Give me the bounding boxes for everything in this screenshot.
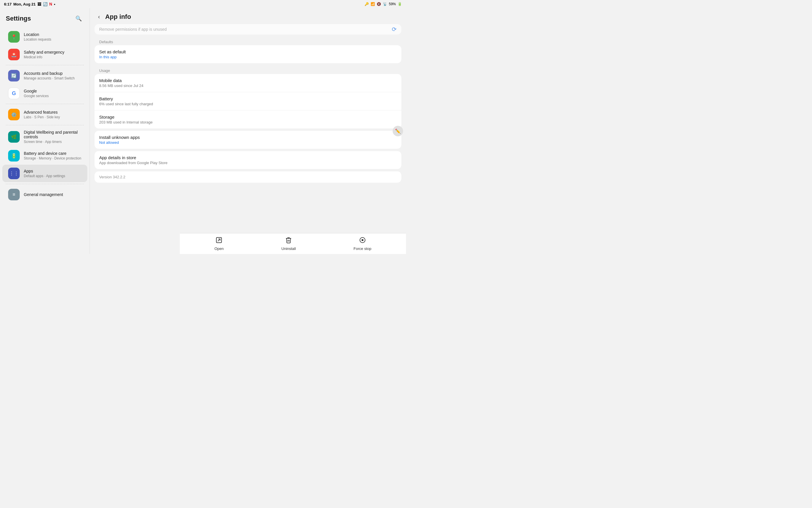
sidebar-item-location[interactable]: 📍 Location Location requests: [2, 28, 87, 45]
uninstall-label: Uninstall: [281, 247, 296, 251]
sidebar-item-advanced[interactable]: ⚙️ Advanced features Labs · S Pen · Side…: [2, 106, 87, 123]
battery-icon: 🔋: [397, 2, 402, 6]
mobile-data-title: Mobile data: [99, 78, 397, 83]
force-stop-label: Force stop: [353, 247, 371, 251]
sidebar-item-accounts-subtitle: Manage accounts · Smart Switch: [24, 76, 75, 80]
sidebar-item-battery[interactable]: 🔋 Battery and device care Storage · Memo…: [2, 147, 87, 164]
storage-item[interactable]: Storage 203 MB used in Internal storage: [94, 111, 401, 128]
sidebar-item-safety[interactable]: 🚨 Safety and emergency Medical info: [2, 46, 87, 63]
search-icon: 🔍: [75, 15, 82, 22]
battery-text: 59%: [389, 2, 396, 6]
sync-icon: 🔄: [43, 2, 48, 6]
sidebar-item-general-title: General management: [24, 192, 63, 197]
status-left: 6:17 Mon, Aug 21 🖼 🔄 N •: [4, 2, 55, 6]
usage-card: Mobile data 8.56 MB used since Jul 24 Ba…: [94, 74, 401, 128]
uninstall-button[interactable]: Uninstall: [274, 234, 303, 253]
storage-title: Storage: [99, 115, 397, 120]
google-icon: G: [8, 88, 20, 99]
sidebar-item-google-subtitle: Google services: [24, 94, 49, 98]
sidebar-item-location-subtitle: Location requests: [24, 37, 51, 41]
wifi-icon: 📡: [383, 2, 387, 6]
sidebar-item-advanced-subtitle: Labs · S Pen · Side key: [24, 115, 60, 119]
sidebar-item-location-title: Location: [24, 32, 51, 37]
dot-icon: •: [54, 2, 55, 6]
status-bar: 6:17 Mon, Aug 21 🖼 🔄 N • 🔑 📶 🔇 📡 59% 🔋: [0, 0, 406, 8]
sidebar-item-apps-title: Apps: [24, 169, 65, 173]
vpn-icon: 🔑: [365, 2, 369, 6]
force-stop-icon: [359, 237, 366, 245]
app-info-header: ‹ App info: [90, 8, 406, 24]
sidebar-item-safety-title: Safety and emergency: [24, 50, 65, 54]
battery-usage-item[interactable]: Battery 6% used since last fully charged: [94, 92, 401, 111]
open-button[interactable]: Open: [207, 234, 230, 253]
right-panel: ‹ App info Remove permissions if app is …: [90, 8, 406, 254]
divider-1: [6, 65, 84, 65]
battery-usage-title: Battery: [99, 96, 397, 101]
accounts-icon: 🔄: [8, 70, 20, 82]
install-unknown-title: Install unknown apps: [99, 135, 397, 140]
version-card: Version 342.2.2: [94, 171, 401, 183]
app-info-title: App info: [105, 13, 131, 20]
status-right: 🔑 📶 🔇 📡 59% 🔋: [365, 2, 402, 6]
defaults-section-label: Defaults: [94, 37, 401, 45]
mobile-data-item[interactable]: Mobile data 8.56 MB used since Jul 24: [94, 74, 401, 92]
usage-section-label: Usage: [94, 66, 401, 74]
app-details-item[interactable]: App details in store App downloaded from…: [94, 151, 401, 169]
app-details-subtitle: App downloaded from Google Play Store: [99, 161, 397, 165]
sidebar-item-digital-wellbeing[interactable]: 🌿 Digital Wellbeing and parental control…: [2, 127, 87, 147]
sidebar: Settings 🔍 📍 Location Location requests …: [0, 8, 90, 254]
safety-icon: 🚨: [8, 49, 20, 60]
mute-icon: 🔇: [377, 2, 381, 6]
sidebar-item-digital-wellbeing-title: Digital Wellbeing and parental controls: [24, 130, 82, 139]
install-unknown-subtitle: Not allowed: [99, 140, 397, 145]
sidebar-item-battery-title: Battery and device care: [24, 151, 81, 156]
divider-4: [6, 184, 84, 184]
general-icon: ≡: [8, 189, 20, 200]
day: Mon, Aug 21: [13, 2, 36, 6]
time: 6:17: [4, 2, 12, 6]
signal-icon: 📶: [371, 2, 375, 6]
partial-permissions-text: Remove permissions if app is unused: [99, 27, 167, 32]
sidebar-item-apps-subtitle: Default apps · App settings: [24, 174, 65, 178]
sidebar-item-accounts[interactable]: 🔄 Accounts and backup Manage accounts · …: [2, 67, 87, 84]
bottom-action-bar: Open Uninstall: [180, 233, 406, 254]
main-layout: Settings 🔍 📍 Location Location requests …: [0, 8, 406, 254]
location-icon: 📍: [8, 31, 20, 43]
search-button[interactable]: 🔍: [73, 13, 84, 24]
app-details-title: App details in store: [99, 155, 397, 160]
sidebar-item-battery-subtitle: Storage · Memory · Device protection: [24, 156, 81, 160]
sidebar-item-general[interactable]: ≡ General management: [2, 186, 87, 203]
battery-usage-subtitle: 6% used since last fully charged: [99, 102, 397, 106]
partial-permissions-card[interactable]: Remove permissions if app is unused ⟳: [94, 24, 401, 35]
uninstall-icon: [285, 237, 292, 245]
storage-subtitle: 203 MB used in Internal storage: [99, 120, 397, 124]
sidebar-item-accounts-title: Accounts and backup: [24, 71, 75, 76]
set-as-default-item[interactable]: Set as default In this app: [94, 45, 401, 63]
digital-wellbeing-icon: 🌿: [8, 131, 20, 143]
sidebar-item-digital-wellbeing-subtitle: Screen time · App timers: [24, 140, 82, 144]
svg-rect-2: [361, 239, 364, 241]
app-info-content: Remove permissions if app is unused ⟳ De…: [90, 24, 406, 254]
gallery-icon: 🖼: [37, 2, 41, 6]
version-text: Version 342.2.2: [94, 171, 401, 183]
sidebar-item-safety-subtitle: Medical info: [24, 55, 65, 59]
force-stop-button[interactable]: Force stop: [347, 234, 378, 253]
open-icon: [215, 237, 222, 245]
sidebar-item-apps[interactable]: ⋮⋮ Apps Default apps · App settings: [2, 165, 87, 182]
open-label: Open: [214, 247, 224, 251]
set-as-default-subtitle: In this app: [99, 55, 397, 59]
apps-icon: ⋮⋮: [8, 168, 20, 179]
set-as-default-title: Set as default: [99, 49, 397, 54]
install-unknown-card: Install unknown apps Not allowed: [94, 131, 401, 149]
battery-care-icon: 🔋: [8, 150, 20, 162]
advanced-icon: ⚙️: [8, 109, 20, 120]
sidebar-header: Settings 🔍: [0, 11, 90, 28]
edit-fab[interactable]: ✏️: [393, 126, 403, 136]
sidebar-item-google[interactable]: G Google Google services: [2, 85, 87, 102]
permissions-toggle[interactable]: ⟳: [392, 26, 397, 33]
install-unknown-item[interactable]: Install unknown apps Not allowed: [94, 131, 401, 149]
defaults-card: Set as default In this app: [94, 45, 401, 63]
divider-2: [6, 104, 84, 104]
back-button[interactable]: ‹: [96, 12, 102, 21]
mobile-data-subtitle: 8.56 MB used since Jul 24: [99, 84, 397, 88]
